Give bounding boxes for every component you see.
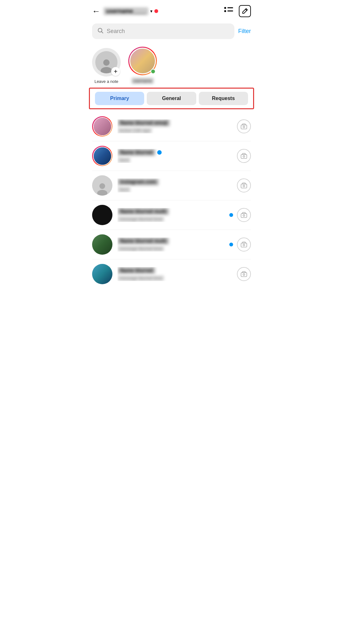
tab-primary[interactable]: Primary	[95, 92, 144, 105]
svg-point-16	[243, 185, 245, 187]
search-placeholder: Search	[107, 28, 125, 35]
message-content-2: Name blurred Sent	[118, 149, 232, 163]
svg-point-12	[243, 156, 245, 158]
story-online-dot-1	[151, 69, 156, 74]
svg-rect-17	[241, 213, 247, 218]
inbox-tabs-row: Primary General Requests	[95, 92, 248, 105]
unread-dot-5	[229, 243, 233, 246]
avatar-6	[92, 264, 112, 284]
list-item[interactable]: Name blurred Sent	[86, 141, 257, 171]
camera-button-5[interactable]	[237, 238, 251, 252]
header-right	[224, 5, 251, 17]
list-item[interactable]: Name blurred multi message blurred time	[86, 200, 257, 230]
messages-list: Name blurred emoji Active 13th ago	[86, 111, 257, 290]
story-ring-small-inner-1	[93, 117, 112, 136]
camera-button-6[interactable]	[237, 267, 251, 281]
inbox-tabs-wrapper: Primary General Requests	[89, 88, 254, 109]
avatar-2	[94, 147, 111, 165]
story-ring-small-inner-2	[93, 147, 112, 165]
story-1-avatar-container	[128, 47, 157, 75]
message-content-5: Name blurred multi message blurred time	[118, 238, 224, 252]
avatar-img-5	[92, 234, 112, 255]
list-item[interactable]: Name blurred emoji Active 13th ago	[86, 112, 257, 141]
camera-button-1[interactable]	[237, 119, 251, 133]
message-right-1	[237, 119, 251, 133]
message-content-6: Name blurred message blurred time	[118, 267, 232, 281]
svg-point-0	[224, 7, 226, 9]
message-name-row-1: Name blurred emoji	[118, 119, 232, 126]
username-area[interactable]: username____ ▾	[104, 7, 158, 15]
tab-general[interactable]: General	[147, 92, 196, 105]
add-note-circle: +	[92, 48, 121, 77]
back-button[interactable]: ←	[92, 6, 100, 16]
avatar-5	[92, 234, 112, 255]
activity-list-icon[interactable]	[224, 6, 233, 17]
svg-point-2	[224, 10, 226, 12]
message-preview-3: Sent	[118, 187, 131, 192]
sender-name-2: Name blurred	[118, 149, 155, 156]
message-preview-4: message blurred time	[118, 216, 164, 222]
tab-requests[interactable]: Requests	[199, 92, 248, 105]
verified-badge-2	[157, 150, 162, 155]
svg-point-18	[243, 215, 245, 217]
svg-rect-15	[241, 184, 247, 188]
list-item[interactable]: instagram.com Sent	[86, 171, 257, 200]
svg-rect-11	[241, 154, 247, 158]
compose-button[interactable]	[239, 5, 251, 17]
avatar-4	[92, 205, 112, 225]
message-preview-6: message blurred time	[118, 275, 164, 281]
message-right-6	[237, 267, 251, 281]
message-content-1: Name blurred emoji Active 13th ago	[118, 119, 232, 133]
header: ← username____ ▾	[86, 0, 257, 21]
message-content-4: Name blurred multi message blurred time	[118, 208, 224, 222]
story-ring-small-2	[92, 146, 112, 166]
camera-button-2[interactable]	[237, 149, 251, 163]
message-name-row-2: Name blurred	[118, 149, 232, 156]
svg-point-7	[103, 59, 110, 66]
message-name-row-3: instagram.com	[118, 178, 232, 185]
story-ring-small-1	[92, 116, 112, 137]
camera-button-3[interactable]	[237, 178, 251, 192]
online-status-dot	[154, 9, 158, 13]
header-left: ← username____ ▾	[92, 6, 158, 16]
avatar-container-6	[92, 264, 112, 284]
svg-rect-21	[241, 272, 247, 277]
avatar-container-1	[92, 116, 112, 137]
sender-name-4: Name blurred multi	[118, 208, 169, 215]
add-story-plus-icon: +	[111, 67, 120, 76]
message-right-5	[229, 238, 251, 252]
unread-dot-4	[229, 213, 233, 217]
message-right-3	[237, 178, 251, 192]
avatar-container-3	[92, 175, 112, 196]
avatar-container-5	[92, 234, 112, 255]
avatar-img-6	[92, 264, 112, 284]
avatar-img-4	[92, 205, 112, 225]
message-content-3: instagram.com Sent	[118, 178, 232, 192]
username-text: username____	[104, 7, 148, 15]
avatar-container-4	[92, 205, 112, 225]
svg-point-20	[243, 244, 245, 246]
svg-point-13	[99, 183, 105, 189]
message-right-2	[237, 149, 251, 163]
sender-name-1: Name blurred emoji	[118, 119, 170, 126]
filter-button[interactable]: Filter	[238, 28, 251, 35]
message-preview-2: Sent	[118, 157, 131, 163]
sender-name-3: instagram.com	[118, 178, 159, 185]
story-item-1[interactable]: username	[128, 47, 157, 84]
search-bar[interactable]: Search	[92, 23, 234, 39]
story-label-1: username	[131, 78, 154, 84]
search-row: Search Filter	[86, 21, 257, 42]
avatar-3	[92, 175, 112, 196]
message-preview-5: message blurred time	[118, 246, 164, 252]
camera-button-4[interactable]	[237, 208, 251, 222]
message-right-4	[229, 208, 251, 222]
list-item[interactable]: Name blurred message blurred time	[86, 259, 257, 289]
add-note-story[interactable]: + Leave a note	[92, 48, 121, 84]
message-preview-1: Active 13th ago	[118, 128, 152, 133]
sender-name-6: Name blurred	[118, 267, 155, 274]
avatar-img-3	[92, 175, 112, 196]
svg-line-6	[102, 32, 103, 33]
message-name-row-5: Name blurred multi	[118, 238, 224, 245]
list-item[interactable]: Name blurred multi message blurred time	[86, 230, 257, 259]
svg-rect-1	[227, 7, 233, 8]
